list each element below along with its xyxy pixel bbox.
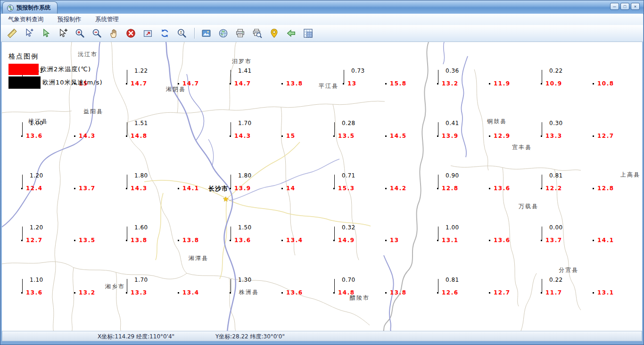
- menu-system-management[interactable]: 系统管理: [88, 14, 126, 25]
- station-dot: [281, 240, 283, 241]
- station-dot: [230, 83, 231, 84]
- temperature-value: 13.6: [494, 185, 511, 192]
- close-button[interactable]: ×: [631, 3, 640, 10]
- back-icon[interactable]: [285, 27, 298, 40]
- station-dot: [126, 292, 127, 294]
- wind-barb: [438, 122, 438, 135]
- map-county-label: 益阳县: [83, 108, 103, 116]
- wind-speed-value: 0.41: [446, 120, 459, 126]
- legend-swatch-temperature: [8, 64, 39, 75]
- station-dot: [385, 83, 387, 84]
- temperature-value: 13.7: [545, 237, 562, 244]
- zoom-in-icon[interactable]: [74, 27, 87, 40]
- menu-forecast-production[interactable]: 预报制作: [50, 14, 88, 25]
- temperature-value: 13.6: [494, 237, 511, 244]
- station-dot: [593, 240, 594, 241]
- temperature-value: 11.7: [545, 289, 562, 296]
- station-dot: [178, 188, 179, 189]
- temperature-value: 12.7: [26, 237, 43, 244]
- station-dot: [333, 240, 335, 241]
- select-plus-icon[interactable]: [57, 27, 70, 40]
- status-y-coordinate: Y坐标:28.22 纬度:30°0'0": [215, 333, 285, 341]
- temperature-value: 13.9: [234, 185, 251, 192]
- temperature-value: 13.2: [442, 80, 459, 87]
- select-green-icon[interactable]: [40, 27, 53, 40]
- wind-speed-value: 0.22: [549, 67, 563, 74]
- station-dot: [437, 83, 438, 84]
- station-dot: [333, 292, 335, 294]
- station-dot: [437, 135, 438, 137]
- station-dot: [541, 188, 542, 189]
- wind-speed-value: 1.20: [30, 224, 43, 231]
- wind-barb: [334, 122, 335, 135]
- temperature-value: 14.1: [597, 237, 614, 244]
- map-area[interactable]: 沅江市汨罗市湘阴县平江县益阳县桃江县铜鼓县宜丰县上高县万载县湘潭县湘乡市株洲县醴…: [2, 42, 642, 331]
- temperature-value: 12.6: [442, 289, 459, 296]
- station-dot: [541, 135, 542, 137]
- measure-icon[interactable]: [6, 27, 19, 40]
- temperature-value: 13: [390, 237, 399, 244]
- temperature-value: 14.7: [234, 80, 251, 87]
- print-preview-icon[interactable]: [251, 27, 264, 40]
- wind-barb: [127, 227, 127, 240]
- station-dot: [385, 240, 387, 241]
- identify-icon[interactable]: ±: [175, 27, 189, 40]
- wind-speed-value: 1.80: [134, 172, 148, 179]
- pan-icon[interactable]: [107, 27, 121, 40]
- minimize-button[interactable]: ─: [610, 3, 619, 10]
- menu-weather-data-query[interactable]: 气象资料查询: [1, 14, 50, 25]
- temperature-value: 13.7: [79, 185, 96, 192]
- temperature-value: 10.9: [545, 80, 562, 87]
- refresh-icon[interactable]: [158, 27, 172, 40]
- station-dot: [333, 188, 335, 189]
- window-controls: ─ □ ×: [610, 3, 640, 10]
- temperature-value: 12.8: [442, 185, 459, 192]
- wind-barb: [231, 70, 231, 83]
- wind-speed-value: 0.30: [549, 120, 563, 126]
- wind-speed-value: 0.00: [549, 224, 563, 231]
- wind-speed-value: 0.22: [549, 277, 563, 283]
- clear-icon[interactable]: [124, 27, 138, 40]
- toolbar-separator: [194, 28, 195, 39]
- station-dot: [281, 292, 283, 294]
- temperature-value: 13.1: [442, 237, 459, 244]
- station-dot: [21, 188, 23, 189]
- print-icon[interactable]: [234, 27, 247, 40]
- wind-speed-value: 1.00: [30, 120, 43, 126]
- maximize-button[interactable]: □: [620, 3, 629, 10]
- legend-row-temperature: 欧洲2米温度(℃): [8, 64, 103, 75]
- status-bar: X坐标:114.29 经度:110°0'4" Y坐标:28.22 纬度:30°0…: [2, 331, 642, 341]
- station-dot: [593, 83, 594, 84]
- wind-barb: [542, 122, 542, 135]
- station-dot: [178, 292, 179, 294]
- temperature-value: 12.9: [494, 133, 511, 139]
- toolbar: ±: [1, 25, 643, 42]
- legend-label-wind: 欧洲10米风速(m/s): [42, 78, 103, 87]
- temperature-value: 12.8: [597, 185, 614, 192]
- temperature-value: 12.2: [545, 185, 562, 192]
- legend-title: 格点图例: [8, 52, 103, 61]
- wind-barb: [231, 122, 231, 135]
- station-dot: [230, 292, 231, 294]
- grid-select-icon[interactable]: [302, 27, 315, 40]
- station-dot: [541, 240, 542, 241]
- zoom-out-icon[interactable]: [91, 27, 104, 40]
- globe-icon[interactable]: [217, 27, 230, 40]
- legend-label-temperature: 欧洲2米温度(℃): [41, 65, 91, 74]
- temperature-value: 13.8: [286, 80, 303, 87]
- wind-barb: [438, 175, 438, 188]
- temperature-value: 13.8: [182, 237, 199, 244]
- export-image-icon[interactable]: [200, 27, 213, 40]
- map-county-label: 上高县: [620, 171, 640, 179]
- select-icon[interactable]: [23, 27, 36, 40]
- station-dot: [230, 135, 231, 137]
- full-extent-icon[interactable]: [141, 27, 155, 40]
- temperature-value: 13.1: [597, 289, 614, 296]
- app-globe-icon: [7, 4, 14, 12]
- station-dot: [21, 135, 23, 137]
- wind-barb: [22, 279, 23, 292]
- wind-barb: [334, 175, 335, 188]
- status-x-coordinate: X坐标:114.29 经度:110°0'4": [98, 333, 174, 341]
- station-dot: [74, 292, 75, 294]
- locate-icon[interactable]: [268, 27, 281, 40]
